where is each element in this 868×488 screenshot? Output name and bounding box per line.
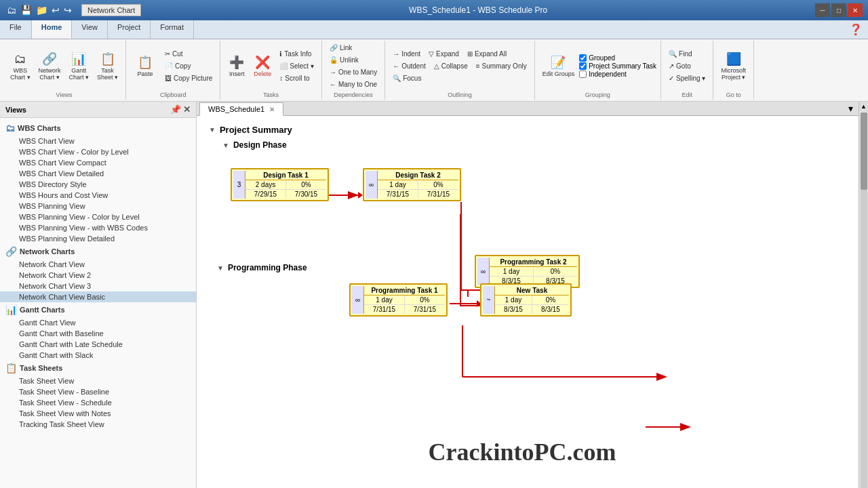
spelling-button[interactable]: ✓ Spelling ▾ [665, 73, 709, 84]
tab-home[interactable]: Home [32, 20, 73, 39]
redo-btn[interactable]: ↪ [62, 5, 73, 16]
select-button[interactable]: ⬜ Select ▾ [276, 60, 317, 72]
task-sheet-button[interactable]: 📋 Task Sheet ▾ [94, 49, 121, 83]
tab-close-button[interactable]: ✕ [269, 106, 275, 113]
sidebar-content: 🗂 WBS Charts WBS Chart View WBS Chart Vi… [0, 118, 196, 488]
sidebar-item-wbs-chart-compact[interactable]: WBS Chart View Compact [0, 157, 196, 168]
sidebar-item-gantt-slack[interactable]: Gantt Chart with Slack [0, 350, 196, 361]
edit-groups-button[interactable]: 📝 Edit Groups [539, 53, 578, 79]
v-scroll-thumb[interactable] [861, 113, 867, 190]
sidebar-item-wbs-chart-color[interactable]: WBS Chart View - Color by Level [0, 146, 196, 157]
sidebar-item-task-sheet-notes[interactable]: Task Sheet View with Notes [0, 408, 196, 419]
sidebar-group-gantt-charts[interactable]: 📊 Gantt Charts [0, 302, 196, 317]
focus-button[interactable]: 🔍 Focus [389, 73, 530, 84]
undo-btn[interactable]: ↩ [50, 5, 61, 16]
unlink-button[interactable]: 🔓 Unlink [326, 54, 380, 66]
sidebar-item-task-sheet-schedule[interactable]: Task Sheet View - Schedule [0, 397, 196, 408]
project-summary-collapse[interactable]: ▼ [209, 126, 216, 134]
sidebar-group-wbs-charts[interactable]: 🗂 WBS Charts [0, 121, 196, 136]
grouping-checkboxes: Grouped Project Summary Task Independent [579, 54, 656, 78]
network-chart-button[interactable]: 🔗 Network Chart ▾ [35, 49, 64, 83]
ms-project-button[interactable]: 🟦 Microsoft Project ▾ [717, 49, 749, 83]
one-to-many-button[interactable]: → One to Many [326, 66, 380, 78]
indent-button[interactable]: → Indent [389, 48, 424, 60]
minimize-button[interactable]: ─ [815, 3, 830, 17]
many-to-one-button[interactable]: ← Many to One [326, 79, 380, 90]
summary-only-button[interactable]: ≡ Summary Only [473, 60, 530, 72]
sidebar-item-wbs-chart-view[interactable]: WBS Chart View [0, 136, 196, 146]
sidebar-item-wbs-planning-codes[interactable]: WBS Planning View - with WBS Codes [0, 222, 196, 233]
edit-groups-icon: 📝 [551, 55, 566, 70]
gantt-chart-button[interactable]: 📊 Gantt Chart ▾ [66, 49, 93, 83]
deps-vstack: 🔗 Link 🔓 Unlink → One to Many ← Many to … [326, 42, 380, 90]
sidebar-item-gantt-late[interactable]: Gantt Chart with Late Schedule [0, 339, 196, 350]
sidebar-item-task-sheet-baseline[interactable]: Task Sheet View - Baseline [0, 386, 196, 397]
vertical-scrollbar[interactable]: ▲ ▼ [859, 102, 868, 488]
outdent-button[interactable]: ← Outdent [389, 60, 429, 72]
tab-project[interactable]: Project [108, 20, 151, 39]
programming-phase-collapse[interactable]: ▼ [217, 264, 224, 272]
tab-view[interactable]: View [72, 20, 108, 39]
sidebar-item-network-chart-3[interactable]: Network Chart View 3 [0, 281, 196, 291]
tab-file[interactable]: File [0, 20, 32, 39]
find-button[interactable]: 🔍 Find [665, 48, 709, 60]
wbs-chart-button[interactable]: 🗂 WBS Chart ▾ [7, 50, 34, 83]
help-button[interactable]: ❓ [844, 20, 868, 39]
grouped-checkbox[interactable] [579, 54, 587, 62]
delete-button[interactable]: ❌ Delete [250, 53, 275, 79]
task-node-new-task[interactable]: ~ New Task 1 day 0% 8/3/15 8/3/15 [480, 283, 572, 317]
task-node-design-1[interactable]: 3 Design Task 1 2 days 0% 7/29/15 7/30/1… [231, 168, 329, 201]
close-button[interactable]: ✕ [848, 3, 863, 17]
sidebar-item-wbs-planning-detailed[interactable]: WBS Planning View Detailed [0, 233, 196, 244]
sidebar-item-network-chart-2[interactable]: Network Chart View 2 [0, 270, 196, 281]
collapse-button[interactable]: △ Collapse [431, 60, 471, 72]
task-node-prog-1[interactable]: ∞ Programming Task 1 1 day 0% 7/31/15 7/… [349, 283, 448, 317]
design-phase-label: Design Phase [233, 140, 287, 150]
many-to-one-icon: ← [330, 81, 336, 88]
sidebar-item-network-chart-view[interactable]: Network Chart View [0, 259, 196, 270]
sidebar-item-wbs-planning[interactable]: WBS Planning View [0, 201, 196, 211]
views-group-label: Views [56, 92, 73, 98]
project-summary-checkbox[interactable] [579, 62, 587, 70]
task-info-button[interactable]: ℹ Task Info [276, 48, 317, 60]
sidebar-close-button[interactable]: ✕ [183, 104, 191, 115]
expand-all-button[interactable]: ⊞ Expand All [464, 48, 510, 60]
title-bar-left: 🗂 💾 📁 ↩ ↪ Network Chart [5, 4, 141, 16]
design-phase-collapse[interactable]: ▼ [222, 142, 229, 149]
sidebar-item-wbs-chart-detailed[interactable]: WBS Chart View Detailed [0, 168, 196, 179]
cut-button[interactable]: ✂ Cut [161, 48, 216, 60]
copy-picture-button[interactable]: 🖼 Copy Picture [161, 73, 216, 84]
save-btn[interactable]: 💾 [19, 5, 33, 16]
sidebar-item-tracking-task-sheet[interactable]: Tracking Task Sheet View [0, 419, 196, 430]
prog-task-1-duration: 1 day [364, 296, 405, 304]
scroll-to-button[interactable]: ↕ Scroll to [276, 73, 317, 84]
sidebar-group-task-sheets[interactable]: 📋 Task Sheets [0, 361, 196, 375]
sidebar-item-task-sheet-view[interactable]: Task Sheet View [0, 375, 196, 386]
sidebar-item-gantt-baseline[interactable]: Gantt Chart with Baseline [0, 328, 196, 339]
collapse-icon: △ [434, 62, 439, 70]
link-button[interactable]: 🔗 Link [326, 42, 380, 54]
maximize-button[interactable]: □ [831, 3, 846, 17]
sidebar-item-gantt-view[interactable]: Gantt Chart View [0, 317, 196, 328]
insert-button[interactable]: ➕ Insert [224, 53, 249, 79]
task-id-prog1: ∞ [352, 286, 364, 314]
paste-button[interactable]: 📋 Paste [130, 53, 160, 79]
expand-button[interactable]: ▽ Expand [425, 48, 462, 60]
content-tab-main[interactable]: WBS_Schedule1 ✕ [199, 102, 283, 116]
open-btn[interactable]: 📁 [35, 5, 49, 16]
chart-area[interactable]: ▼ Project Summary ▼ Design Phase [197, 116, 859, 488]
independent-checkbox[interactable] [579, 70, 587, 78]
scroll-up-button[interactable]: ▲ [859, 102, 869, 111]
tab-format[interactable]: Format [151, 20, 194, 39]
copy-button[interactable]: 📄 Copy [161, 60, 216, 72]
sidebar-pin-button[interactable]: 📌 [170, 104, 181, 115]
tab-dropdown-button[interactable]: ▾ [846, 102, 856, 115]
task-node-design-2[interactable]: ∞ Design Task 2 1 day 0% 7/31/15 7/31/15 [363, 168, 461, 201]
sidebar-item-network-chart-basic[interactable]: Network Chart View Basic [0, 291, 196, 302]
goto-button[interactable]: ↗ Goto [665, 60, 709, 72]
sidebar-group-network-charts[interactable]: 🔗 Network Charts [0, 244, 196, 259]
edit-vstack: 🔍 Find ↗ Goto ✓ Spelling ▾ [665, 48, 709, 84]
sidebar-item-wbs-hours-cost[interactable]: WBS Hours and Cost View [0, 190, 196, 201]
sidebar-item-wbs-planning-color[interactable]: WBS Planning View - Color by Level [0, 211, 196, 222]
sidebar-item-wbs-directory[interactable]: WBS Directory Style [0, 179, 196, 190]
